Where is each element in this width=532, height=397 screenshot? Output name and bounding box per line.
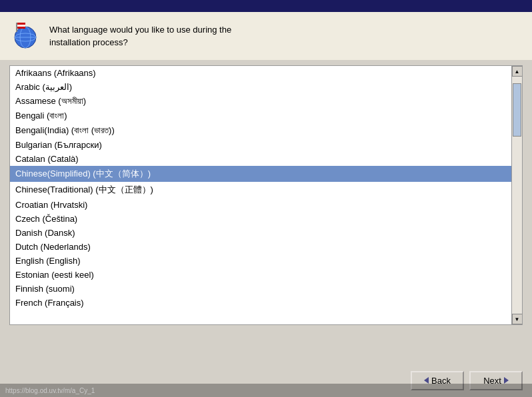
list-item[interactable]: Finnish (suomi) (10, 282, 511, 296)
list-item[interactable]: Danish (Dansk) (10, 226, 511, 240)
list-item[interactable]: Chinese(Traditional) (中文（正體）) (10, 182, 511, 198)
list-item[interactable]: Catalan (Català) (10, 152, 511, 166)
url-text: https://blog.od.uv.tv/m/a_Cy_1 (5, 387, 95, 394)
list-item[interactable]: Afrikaans (Afrikaans) (10, 66, 511, 80)
list-item[interactable]: Chinese(Simplified) (中文（简体）) (10, 166, 511, 182)
scroll-track (512, 77, 522, 314)
svg-rect-8 (17, 27, 25, 29)
svg-rect-6 (17, 23, 25, 25)
list-item[interactable]: English (English) (10, 254, 511, 268)
list-item[interactable]: Croatian (Hrvatski) (10, 198, 511, 212)
list-container: Afrikaans (Afrikaans)Arabic (العربية)Ass… (9, 65, 523, 325)
list-item[interactable]: Arabic (العربية) (10, 80, 511, 94)
header-question: What language would you like to use duri… (49, 23, 231, 49)
list-item[interactable]: Estonian (eesti keel) (10, 268, 511, 282)
globe-icon (11, 21, 40, 51)
back-arrow-icon (424, 377, 429, 384)
svg-rect-7 (17, 25, 25, 27)
list-item[interactable]: Bengali (বাংলা) (10, 109, 511, 123)
scrollbar-area: ▲ ▼ (511, 66, 522, 324)
scroll-down-arrow[interactable]: ▼ (512, 314, 523, 324)
top-banner (0, 0, 532, 12)
header-section: What language would you like to use duri… (0, 12, 532, 60)
next-arrow-icon (504, 377, 509, 384)
list-item[interactable]: Bengali(India) (বাংলা (ভারত)) (10, 123, 511, 138)
svg-rect-4 (16, 23, 17, 32)
scroll-thumb[interactable] (513, 83, 521, 137)
list-item[interactable]: Dutch (Nederlands) (10, 240, 511, 254)
url-bar: https://blog.od.uv.tv/m/a_Cy_1 (0, 384, 532, 397)
scroll-up-arrow[interactable]: ▲ (512, 66, 523, 77)
list-item[interactable]: Czech (Čeština) (10, 212, 511, 226)
list-item[interactable]: Assamese (অসমীয়া) (10, 94, 511, 109)
language-list[interactable]: Afrikaans (Afrikaans)Arabic (العربية)Ass… (10, 66, 511, 324)
list-item[interactable]: French (Français) (10, 296, 511, 310)
list-item[interactable]: Bulgarian (Български) (10, 138, 511, 152)
